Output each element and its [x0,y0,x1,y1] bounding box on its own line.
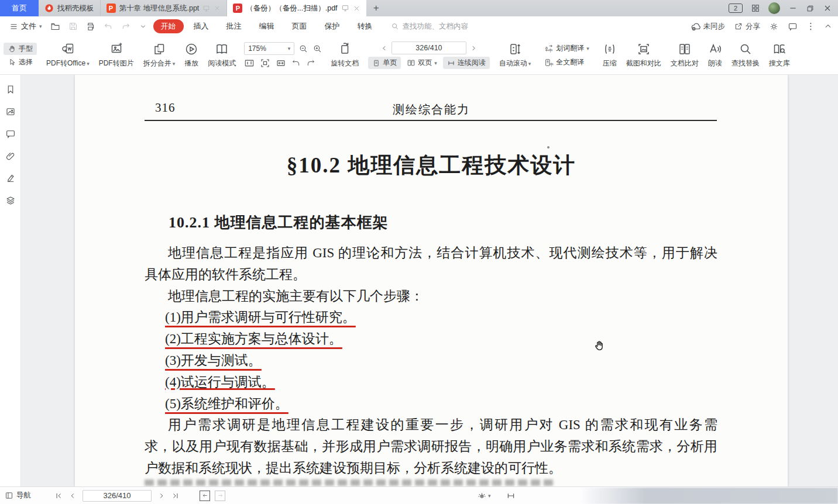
tab-docer-template[interactable]: 找稻壳模板 [39,0,101,16]
pdf-to-office-button[interactable]: PDF转Office▾ [42,40,94,71]
new-tab-button[interactable]: + [366,0,386,16]
actual-size-button[interactable] [244,58,255,68]
attachments-panel-icon[interactable] [5,151,16,161]
fit-width-button[interactable] [276,58,286,68]
screenshot-compare-button[interactable]: 截图和对比 [621,40,666,71]
eye-protection-button[interactable]: ▾ [477,491,491,500]
reading-mode-icon [215,42,229,56]
document-viewport[interactable]: 316 测绘综合能力 §10.2 地理信息工程技术设计 10.2.1 地理信息工… [21,75,838,486]
select-tool-button[interactable]: 选择 [4,56,37,68]
window-manager-icon[interactable]: 2 [729,4,743,13]
auto-scroll-button[interactable]: 自动滚动▾ [494,40,536,71]
layers-panel-icon[interactable] [5,195,16,206]
chevron-down-icon: ▾ [586,46,589,51]
rotate-document-button[interactable]: 旋转文档 [326,40,363,71]
share-label: 分享 [746,22,760,32]
doc-compare-button[interactable]: 文档比对 [666,40,703,71]
redo-button[interactable] [118,19,133,33]
menu-start[interactable]: 开始 [153,19,184,33]
tab-pdf-document-active[interactable]: P （备份）（备份...扫描）.pdf [227,0,366,16]
rotate-right-button[interactable] [306,58,315,68]
doc-compare-label: 文档比对 [671,58,699,68]
restore-button[interactable] [806,4,815,13]
settings-gear-icon[interactable] [769,22,779,32]
print-button[interactable] [83,19,98,33]
page-number-input[interactable]: 326/410 [391,42,466,54]
monitor-icon[interactable] [341,4,349,12]
previous-page-button[interactable] [380,44,388,52]
monitor-icon[interactable] [202,5,210,12]
split-merge-label: 拆分合并 [143,58,171,68]
split-merge-icon [152,42,166,56]
read-aloud-button[interactable]: 朗读 [703,40,727,71]
page-number-input[interactable]: 326/410 [83,490,152,502]
find-replace-button[interactable]: 查找替换 [727,40,764,71]
close-window-button[interactable] [823,4,832,13]
tab-ppt-document[interactable]: P 第十章 地理信息系统.ppt [101,0,228,16]
search-input[interactable]: 查找功能、文档内容 [391,22,469,32]
zoom-level-select[interactable]: 175% ▾ [244,42,294,55]
sync-status[interactable]: 未同步 [691,21,726,32]
first-page-button[interactable] [54,492,63,500]
word-translate-button[interactable]: 划词翻译 ▾ [540,42,593,54]
pdf-to-office-label: PDF转Office [46,58,85,68]
chevron-down-icon: ▾ [288,46,291,51]
quickbar-dropdown-icon[interactable] [136,19,151,33]
menu-annotate[interactable]: 批注 [219,19,249,33]
word-translate-label: 划词翻译 [556,43,584,53]
file-menu[interactable]: 文件 ▾ [6,21,46,32]
menu-protect[interactable]: 保护 [317,19,348,33]
bookmarks-panel-icon[interactable] [5,84,16,95]
single-page-button[interactable]: 单页 [368,57,401,69]
doc-compare-icon [678,42,692,56]
share-button[interactable]: 分享 [734,22,760,32]
rotate-left-button[interactable] [291,58,301,68]
step-item: (1)用户需求调研与可行性研究。 [145,307,717,329]
reading-mode-button[interactable]: 阅读模式 [203,40,241,71]
split-merge-button[interactable]: 拆分合并▾ [139,40,180,71]
full-translate-button[interactable]: 全文翻译 [540,56,593,68]
signature-stamp-panel-icon[interactable] [5,173,16,184]
undo-button[interactable] [101,19,116,33]
menu-convert[interactable]: 转换 [350,19,380,33]
more-menu-icon[interactable]: ⋮ [806,21,815,32]
feedback-comment-icon[interactable] [788,22,798,32]
next-page-button[interactable] [470,44,478,52]
menu-insert[interactable]: 插入 [186,19,217,33]
next-page-button[interactable] [157,492,166,500]
previous-page-button[interactable] [68,492,77,500]
menu-page[interactable]: 页面 [284,19,315,33]
chevron-down-icon: ▾ [488,493,491,499]
view-forward-button[interactable] [215,491,225,501]
continuous-read-button[interactable]: 连续阅读 [443,57,490,69]
images-panel-icon[interactable] [5,106,16,117]
chevron-down-icon: ▾ [528,61,531,67]
collapse-toolbar-icon[interactable] [824,22,832,30]
navigation-toggle-button[interactable]: 导航 [5,491,31,500]
menu-bar: 文件 ▾ 开始 插入 批注 编辑 页面 保护 转换 查找功能、文档内容 未同步 … [0,16,838,36]
hand-tool-button[interactable]: 手型 [4,43,37,55]
close-icon[interactable] [214,5,221,12]
double-page-button[interactable]: 双页 ▾ [403,57,441,69]
compress-button[interactable]: 压缩 [598,40,621,71]
zoom-in-button[interactable] [312,44,322,54]
minimize-button[interactable] [788,4,798,13]
pdf-to-image-button[interactable]: PDF转图片 [94,40,139,71]
zoom-out-button[interactable] [298,44,308,54]
open-file-button[interactable] [48,19,63,33]
comments-panel-icon[interactable] [5,129,16,139]
last-page-button[interactable] [171,492,180,500]
view-back-button[interactable] [200,491,210,501]
close-icon[interactable] [353,5,360,12]
play-button[interactable]: 播放 [180,40,203,71]
fit-page-button[interactable] [260,58,270,68]
tab-home[interactable]: 首页 [0,0,39,16]
continuous-layout-button[interactable] [506,491,516,500]
menu-edit[interactable]: 编辑 [252,19,282,33]
search-library-button[interactable]: 搜文库 [764,40,795,71]
save-button[interactable] [66,19,81,33]
user-avatar[interactable] [768,2,780,14]
hand-tool-label: 手型 [19,44,33,54]
workspace-grid-icon[interactable] [751,4,760,13]
full-translate-icon [544,58,554,67]
